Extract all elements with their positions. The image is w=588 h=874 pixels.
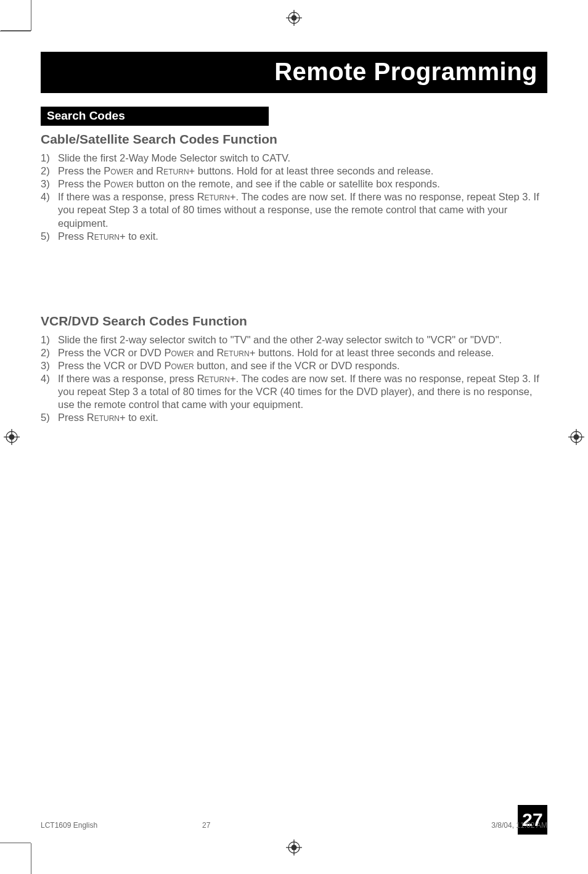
step-text: Press Return+ to exit. [58, 230, 547, 243]
step-text: Slide the first 2-way selector switch to… [58, 333, 547, 346]
step-number: 5) [41, 411, 58, 424]
step-number: 2) [41, 165, 58, 178]
registration-mark-icon [286, 839, 302, 856]
subheading-cable: Cable/Satellite Search Codes Function [41, 132, 547, 147]
step-text: If there was a response, press Return+. … [58, 190, 547, 229]
registration-mark-icon [568, 429, 584, 445]
registration-mark-icon [4, 429, 20, 445]
footer-page-number: 27 [202, 821, 210, 830]
list-item: 2)Press the Power and Return+ buttons. H… [41, 165, 547, 178]
step-number: 1) [41, 152, 58, 165]
list-item: 1)Slide the first 2-way selector switch … [41, 333, 547, 346]
list-item: 5)Press Return+ to exit. [41, 230, 547, 243]
step-text: Press the VCR or DVD Power button, and s… [58, 359, 547, 372]
footer: LCT1609 English 27 3/8/04, 11:02 AM [41, 821, 547, 830]
step-number: 5) [41, 230, 58, 243]
list-item: 2)Press the VCR or DVD Power and Return+… [41, 346, 547, 359]
list-item: 3)Press the Power button on the remote, … [41, 178, 547, 190]
vcr-steps-list: 1)Slide the first 2-way selector switch … [41, 333, 547, 425]
list-item: 4)If there was a response, press Return+… [41, 190, 547, 229]
crop-mark-bottom-left-h [0, 843, 31, 843]
step-number: 2) [41, 346, 58, 359]
list-item: 5)Press Return+ to exit. [41, 411, 547, 424]
step-number: 4) [41, 372, 58, 411]
step-text: If there was a response, press Return+. … [58, 372, 547, 411]
step-number: 1) [41, 333, 58, 346]
step-number: 4) [41, 190, 58, 229]
footer-doc-name: LCT1609 English [41, 821, 97, 830]
step-text: Press the Power button on the remote, an… [58, 178, 547, 190]
step-text: Press the Power and Return+ buttons. Hol… [58, 165, 547, 178]
footer-timestamp: 3/8/04, 11:02 AM [491, 821, 547, 830]
step-text: Slide the first 2-Way Mode Selector swit… [58, 152, 547, 165]
registration-mark-icon [286, 10, 302, 26]
list-item: 4)If there was a response, press Return+… [41, 372, 547, 411]
page-title: Remote Programming [41, 52, 547, 93]
step-number: 3) [41, 359, 58, 372]
list-item: 3)Press the VCR or DVD Power button, and… [41, 359, 547, 372]
crop-mark-top-left-v [31, 0, 41, 31]
step-text: Press Return+ to exit. [58, 411, 547, 424]
page-number-badge: 27 [518, 805, 547, 835]
step-number: 3) [41, 178, 58, 190]
cable-steps-list: 1)Slide the first 2-Way Mode Selector sw… [41, 152, 547, 243]
list-item: 1)Slide the first 2-Way Mode Selector sw… [41, 152, 547, 165]
subheading-vcr-dvd: VCR/DVD Search Codes Function [41, 314, 547, 329]
crop-mark-bottom-left-v [31, 843, 41, 874]
crop-mark-top-left-h [0, 31, 31, 31]
page-content: Remote Programming Search Codes Cable/Sa… [41, 37, 547, 837]
step-text: Press the VCR or DVD Power and Return+ b… [58, 346, 547, 359]
section-heading-search-codes: Search Codes [41, 107, 269, 126]
